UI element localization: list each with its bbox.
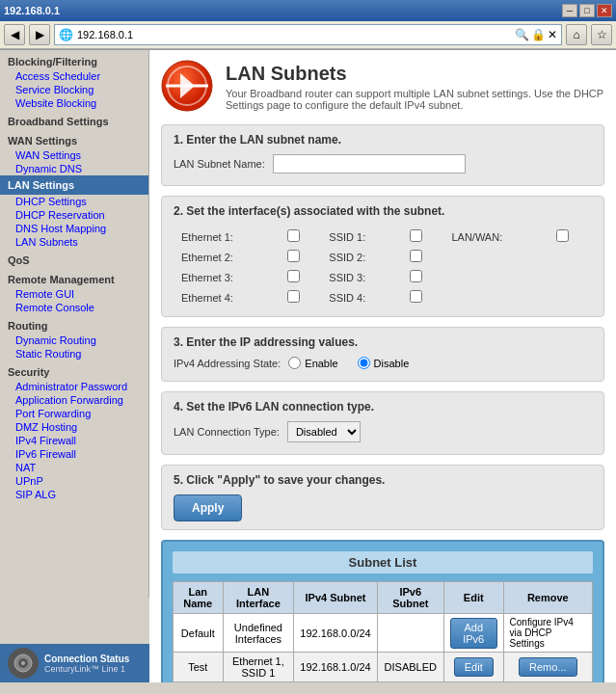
connection-status-icon xyxy=(8,648,39,679)
apply-button[interactable]: Apply xyxy=(174,494,242,521)
ssid3-checkbox[interactable] xyxy=(410,270,422,282)
favorites-button[interactable]: ☆ xyxy=(591,24,612,45)
eth2-label: Ethernet 2: xyxy=(181,252,233,263)
ssid3-label: SSID 3: xyxy=(329,272,365,283)
ssid1-checkbox[interactable] xyxy=(410,229,422,242)
sidebar-link-website-blocking[interactable]: Website Blocking xyxy=(0,96,148,110)
subnet-name-input[interactable] xyxy=(273,154,466,174)
address-bar[interactable]: 🌐 192.168.0.1 🔍 🔒 ✕ xyxy=(54,24,562,45)
sidebar-link-ipv6-firewall[interactable]: IPv6 Firewall xyxy=(0,447,148,461)
sidebar-link-admin-password[interactable]: Administrator Password xyxy=(0,380,148,393)
col-edit: Edit xyxy=(443,582,503,614)
ssid2-label: SSID 2: xyxy=(329,252,365,263)
ssid4-label: SSID 4: xyxy=(329,292,365,304)
page-title: LAN Subnets xyxy=(226,63,604,85)
row2-edit-cell: Edit xyxy=(443,653,503,682)
sidebar-link-sip-alg[interactable]: SIP ALG xyxy=(0,488,148,501)
table-row: Ethernet 2: SSID 2: xyxy=(175,248,590,266)
sidebar-link-dmz-hosting[interactable]: DMZ Hosting xyxy=(0,420,148,434)
sidebar-link-port-forwarding[interactable]: Port Forwarding xyxy=(0,407,148,420)
eth3-checkbox[interactable] xyxy=(287,270,300,282)
page-icon xyxy=(161,60,214,113)
enable-radio[interactable] xyxy=(288,357,301,369)
ssid1-label: SSID 1: xyxy=(329,231,365,243)
sidebar-link-remote-console[interactable]: Remote Console xyxy=(0,301,148,314)
eth1-label: Ethernet 1: xyxy=(181,231,233,243)
sidebar-section-security: Security xyxy=(0,360,148,380)
disable-radio[interactable] xyxy=(358,357,370,369)
interface-table: Ethernet 1: SSID 1: LAN/WAN: Ethernet 2:… xyxy=(174,226,592,308)
table-row: Default Undefined Interfaces 192.168.0.0… xyxy=(174,614,593,653)
home-button[interactable]: ⌂ xyxy=(566,24,587,45)
eth4-checkbox[interactable] xyxy=(287,290,300,303)
nav-bar: ◀ ▶ 🌐 192.168.0.1 🔍 🔒 ✕ ⌂ ☆ xyxy=(0,21,616,49)
lan-subnets-icon xyxy=(161,60,214,113)
lan-connection-type-select[interactable]: Disabled Stateless Stateful xyxy=(287,421,361,442)
eth3-label: Ethernet 3: xyxy=(181,272,233,283)
sidebar-link-dynamic-routing[interactable]: Dynamic Routing xyxy=(0,334,148,347)
section-4: 4. Set the IPv6 LAN connection type. LAN… xyxy=(161,391,604,455)
close-button[interactable]: ✕ xyxy=(597,4,612,17)
connection-status-label: Connection Status xyxy=(44,654,129,664)
content-area: LAN Subnets Your Broadband router can su… xyxy=(149,50,616,682)
sidebar-link-upnp[interactable]: UPnP xyxy=(0,474,148,488)
address-text: 192.168.0.1 xyxy=(77,29,515,40)
sidebar-link-nat[interactable]: NAT xyxy=(0,461,148,474)
col-remove: Remove xyxy=(503,582,592,614)
sidebar-link-dns-host-mapping[interactable]: DNS Host Mapping xyxy=(0,222,148,235)
sidebar-item-lan-settings[interactable]: LAN Settings xyxy=(0,175,148,195)
sidebar-link-access-scheduler[interactable]: Access Scheduler xyxy=(0,69,148,83)
eth1-checkbox[interactable] xyxy=(287,229,300,242)
ipv4-addressing-row: IPv4 Addressing State: Enable Disable xyxy=(174,357,592,369)
subnet-name-label: LAN Subnet Name: xyxy=(174,158,265,170)
col-ipv6-subnet: IPv6 Subnet xyxy=(377,582,443,614)
minimize-button[interactable]: ─ xyxy=(562,4,577,17)
row1-lan-interface: Undefined Interfaces xyxy=(223,614,294,653)
row2-remove-cell: Remo... xyxy=(503,653,592,682)
eth4-label: Ethernet 4: xyxy=(181,292,233,304)
row1-ipv4-subnet: 192.168.0.0/24 xyxy=(294,614,377,653)
forward-button[interactable]: ▶ xyxy=(29,24,50,45)
ssid4-checkbox[interactable] xyxy=(410,290,422,303)
sidebar-link-dynamic-dns[interactable]: Dynamic DNS xyxy=(0,162,148,175)
subnet-table: Lan Name LAN Interface IPv4 Subnet IPv6 … xyxy=(173,581,593,682)
section-1: 1. Enter the LAN subnet name. LAN Subnet… xyxy=(161,124,604,186)
title-bar: 192.168.0.1 ─ □ ✕ xyxy=(0,0,616,21)
table-header-row: Lan Name LAN Interface IPv4 Subnet IPv6 … xyxy=(174,582,593,614)
table-row: Ethernet 4: SSID 4: xyxy=(175,288,590,307)
section-2: 2. Set the interface(s) associated with … xyxy=(161,196,604,317)
sidebar-section-qos: QoS xyxy=(0,249,148,268)
close-icon[interactable]: ✕ xyxy=(548,28,557,41)
row2-ipv4-subnet: 192.168.1.0/24 xyxy=(294,653,377,682)
sidebar-link-remote-gui[interactable]: Remote GUI xyxy=(0,287,148,301)
lanwan-checkbox[interactable] xyxy=(556,229,569,242)
sidebar-link-service-blocking[interactable]: Service Blocking xyxy=(0,83,148,96)
ssid2-checkbox[interactable] xyxy=(410,250,422,262)
sidebar-link-dhcp-reservation[interactable]: DHCP Reservation xyxy=(0,208,148,222)
sidebar-link-ipv4-firewall[interactable]: IPv4 Firewall xyxy=(0,434,148,447)
col-lan-name: Lan Name xyxy=(174,582,224,614)
col-lan-interface: LAN Interface xyxy=(223,582,294,614)
ipv4-addressing-label: IPv4 Addressing State: xyxy=(174,358,281,369)
restore-button[interactable]: □ xyxy=(579,4,595,17)
sidebar-link-static-routing[interactable]: Static Routing xyxy=(0,347,148,360)
sidebar-section-remote: Remote Management xyxy=(0,268,148,287)
eth2-checkbox[interactable] xyxy=(287,250,300,262)
sidebar: Blocking/Filtering Access Scheduler Serv… xyxy=(0,50,149,598)
search-icon[interactable]: 🔍 xyxy=(515,28,529,41)
back-button[interactable]: ◀ xyxy=(4,24,25,45)
sidebar-link-wan-settings[interactable]: WAN Settings xyxy=(0,148,148,162)
add-ipv6-button[interactable]: Add IPv6 xyxy=(450,618,497,649)
table-row: Test Ethernet 1, SSID 1 192.168.1.0/24 D… xyxy=(174,653,593,682)
sidebar-link-dhcp-settings[interactable]: DHCP Settings xyxy=(0,195,148,208)
remove-button[interactable]: Remo... xyxy=(519,657,577,677)
row1-edit-cell: Add IPv6 xyxy=(443,614,503,653)
edit-button[interactable]: Edit xyxy=(454,657,494,677)
window-title: 192.168.0.1 xyxy=(4,5,60,16)
lock-icon: 🔒 xyxy=(531,28,546,41)
sidebar-link-lan-subnets[interactable]: LAN Subnets xyxy=(0,235,148,249)
enable-label: Enable xyxy=(305,358,337,369)
sidebar-link-app-forwarding[interactable]: Application Forwarding xyxy=(0,393,148,407)
row2-lan-interface: Ethernet 1, SSID 1 xyxy=(223,653,294,682)
lan-connection-type-label: LAN Connection Type: xyxy=(174,426,280,438)
